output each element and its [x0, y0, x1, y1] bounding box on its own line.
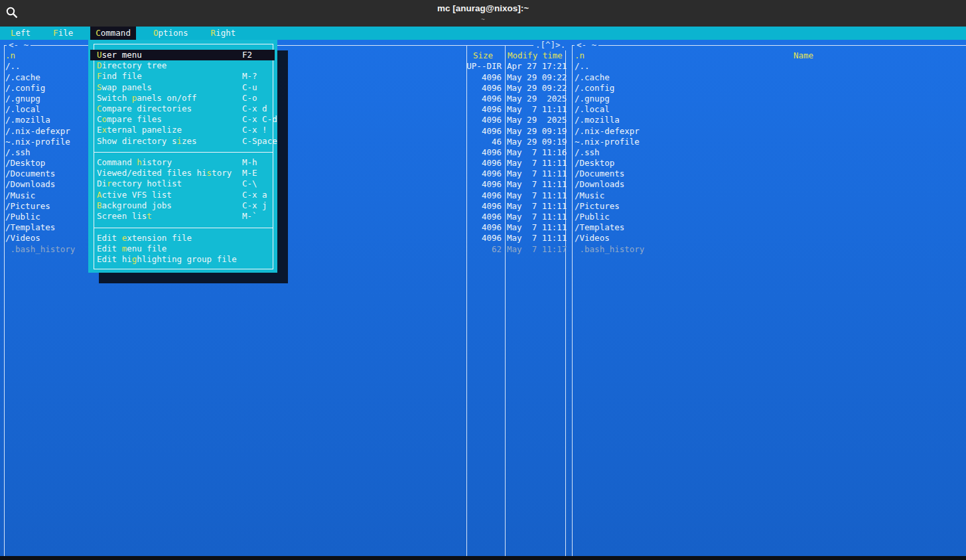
menubar-item-options[interactable]: Options	[153, 27, 188, 40]
file-row-public[interactable]: /Public	[571, 212, 966, 222]
menubar-item-left[interactable]: Left	[11, 27, 31, 40]
file-row-nix-defexpr[interactable]: /.nix-defexpr	[571, 126, 966, 137]
file-row-gnupg[interactable]: /.gnupg	[571, 94, 966, 104]
menu-item-shortcut: C-o	[242, 93, 257, 104]
file-row-desktop[interactable]: /Desktop	[571, 158, 966, 169]
right-sort-indicator[interactable]: .n	[575, 50, 585, 61]
menu-item-directory-tree[interactable]: Directory tree	[90, 60, 275, 71]
menu-item-active-vfs-list[interactable]: Active VFS listC-x a	[90, 190, 275, 200]
menu-item-directory-hotlist[interactable]: Directory hotlistC-\	[90, 178, 275, 189]
menu-item-compare-directories[interactable]: Compare directoriesC-x d	[90, 104, 275, 114]
window-headerbar: mc [anurag@nixos]:~ ~	[0, 0, 966, 27]
menu-item-shortcut: C-Space	[242, 136, 277, 147]
menu-item-screen-list[interactable]: Screen listM-`	[90, 211, 275, 222]
menu-item-shortcut: M-`	[242, 211, 257, 222]
menu-item-shortcut: M-E	[242, 168, 257, 178]
file-row-config[interactable]: /.config	[571, 83, 966, 94]
menu-item-switch-panels-on-off[interactable]: Switch panels on/offC-o	[90, 93, 275, 104]
file-row-downloads[interactable]: /Downloads	[571, 179, 966, 190]
mc-terminal-window: mc [anurag@nixos]:~ ~ LeftFileCommandOpt…	[0, 0, 966, 560]
menubar-item-right[interactable]: Right	[211, 27, 236, 40]
menu-separator	[94, 228, 273, 228]
menubar-item-command[interactable]: Command	[90, 27, 136, 40]
menu-item-external-panelize[interactable]: External panelizeC-x !	[90, 125, 275, 135]
left-panel-nav-controls[interactable]: .[^]>.	[533, 40, 567, 50]
menu-item-edit-highlighting-group-file[interactable]: Edit highlighting group file	[90, 254, 275, 265]
file-row-templates[interactable]: /Templates	[571, 222, 966, 233]
file-row-pictures[interactable]: /Pictures	[571, 201, 966, 212]
menu-item-shortcut: C-x a	[242, 190, 267, 200]
right-panel-path[interactable]: <- ~	[575, 40, 598, 50]
right-name-header[interactable]: Name	[794, 50, 813, 61]
menu-item-background-jobs[interactable]: Background jobsC-x j	[90, 200, 275, 211]
file-row-mozilla[interactable]: /.mozilla	[571, 115, 966, 125]
menu-item-viewed-edited-files-history[interactable]: Viewed/edited files historyM-E	[90, 168, 275, 178]
left-mtime-header[interactable]: Modify time	[508, 50, 563, 61]
menu-item-swap-panels[interactable]: Swap panelsC-u	[90, 82, 275, 93]
menu-item-shortcut: C-\	[242, 178, 257, 189]
menu-bar: LeftFileCommandOptionsRight	[0, 27, 966, 40]
file-row-[interactable]: /..	[571, 61, 966, 72]
file-row-cache[interactable]: /.cache	[571, 72, 966, 83]
left-size-header[interactable]: Size	[464, 50, 502, 61]
window-title: mc [anurag@nixos]:~	[0, 3, 966, 13]
menu-item-compare-files[interactable]: Compare filesC-x C-d	[90, 114, 275, 125]
menu-separator	[94, 152, 273, 153]
menu-item-find-file[interactable]: Find fileM-?	[90, 71, 275, 82]
menu-item-shortcut: C-x C-d	[242, 114, 277, 125]
left-panel-path[interactable]: <- ~	[7, 40, 31, 50]
menubar-item-file[interactable]: File	[53, 27, 73, 40]
menu-item-user-menu[interactable]: User menuF2	[90, 50, 275, 60]
menu-item-edit-extension-file[interactable]: Edit extension file	[90, 233, 275, 244]
menu-item-shortcut: C-x !	[242, 125, 267, 135]
file-row-nix-profile[interactable]: ~.nix-profile	[571, 137, 966, 147]
file-row-music[interactable]: /Music	[571, 190, 966, 201]
menu-item-shortcut: F2	[242, 50, 252, 60]
menu-item-shortcut: C-x d	[242, 104, 267, 114]
file-row-ssh[interactable]: /.ssh	[571, 147, 966, 158]
bottom-strip	[0, 556, 966, 560]
window-subtitle: ~	[0, 16, 966, 23]
file-row-bash-history[interactable]: .bash_history	[571, 244, 966, 255]
menu-item-shortcut: C-u	[242, 82, 257, 93]
command-dropdown-menu: User menuF2Directory treeFind fileM-?Swa…	[88, 40, 277, 273]
right-panel-top-border	[572, 45, 966, 46]
menu-item-shortcut: C-x j	[242, 200, 267, 211]
menu-item-command-history[interactable]: Command historyM-h	[90, 157, 275, 168]
menu-item-edit-menu-file[interactable]: Edit menu file	[90, 244, 275, 254]
file-row-videos[interactable]: /Videos	[571, 233, 966, 244]
file-row-documents[interactable]: /Documents	[571, 169, 966, 179]
menu-item-show-directory-sizes[interactable]: Show directory sizesC-Space	[90, 136, 275, 147]
menu-item-shortcut: M-?	[242, 71, 257, 82]
right-file-list: /../.cache/.config/.gnupg/.local/.mozill…	[571, 61, 966, 254]
file-row-local[interactable]: /.local	[571, 104, 966, 115]
menu-item-shortcut: M-h	[242, 157, 257, 168]
left-sort-indicator[interactable]: .n	[5, 50, 15, 61]
